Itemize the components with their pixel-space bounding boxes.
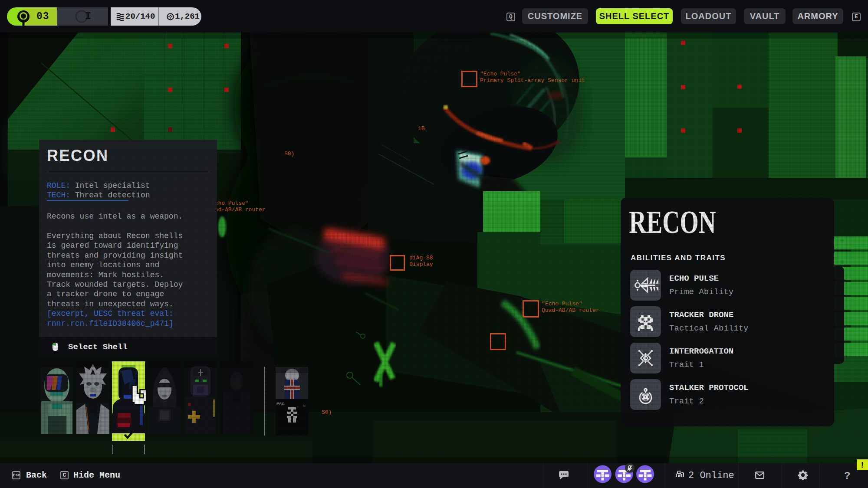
svg-text:ESC: ESC (276, 402, 285, 406)
svg-text:M: M (303, 404, 306, 407)
